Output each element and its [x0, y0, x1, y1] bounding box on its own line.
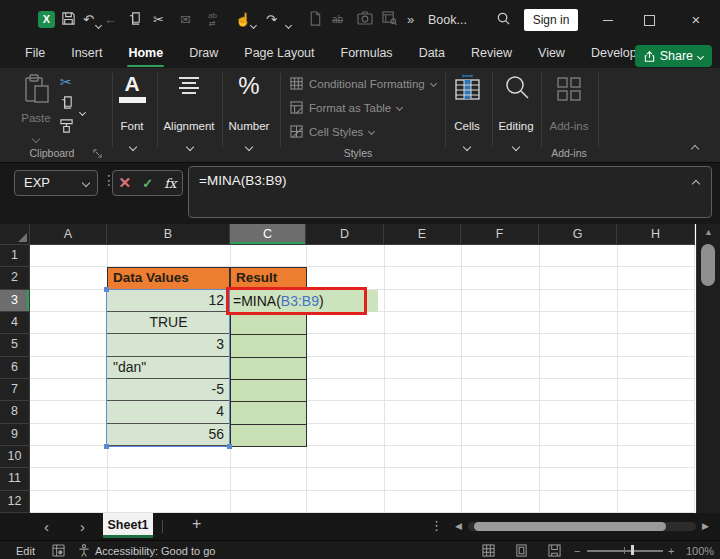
font-group-button[interactable]: Font [104, 120, 160, 132]
cell-styles-icon [290, 125, 303, 138]
name-box[interactable]: EXP [14, 170, 98, 196]
undo-icon[interactable]: ↶ [83, 11, 94, 29]
formula-input[interactable]: =MINA(B3:B9) [188, 166, 712, 218]
maximize-button[interactable] [644, 11, 655, 29]
row-header-8[interactable]: 8 [0, 401, 30, 423]
ribbon-tab-row: File Insert Home Draw Page Layout Formul… [0, 40, 720, 68]
column-header-g[interactable]: G [539, 224, 617, 244]
tab-insert[interactable]: Insert [58, 40, 115, 68]
sign-in-button[interactable]: Sign in [524, 9, 578, 31]
cell-c5[interactable] [231, 335, 306, 357]
select-all-button[interactable] [0, 224, 30, 244]
next-sheet-icon[interactable]: › [80, 516, 85, 537]
sheet-tab-sheet1[interactable]: Sheet1 [103, 513, 153, 538]
tabs-more-icon[interactable]: ⋮ [430, 518, 443, 533]
cell-b2[interactable]: Data Values [107, 267, 230, 289]
insert-function-icon[interactable]: fx [164, 176, 176, 191]
column-header-h[interactable]: H [617, 224, 695, 244]
column-header-d[interactable]: D [306, 224, 384, 244]
scroll-up-icon[interactable]: ▲ [697, 227, 720, 237]
row-header-7[interactable]: 7 [0, 379, 30, 401]
normal-view-icon[interactable] [482, 544, 495, 557]
tab-review[interactable]: Review [458, 40, 525, 68]
touch-mode-chevron-icon[interactable] [251, 15, 256, 33]
back-icon: ← [104, 11, 117, 29]
row-header-5[interactable]: 5 [0, 334, 30, 356]
add-sheet-icon[interactable]: + [192, 515, 201, 533]
row-header-11[interactable]: 11 [0, 468, 30, 490]
accessibility-icon[interactable] [78, 544, 90, 557]
cut-icon[interactable]: ✂ [153, 11, 164, 29]
share-button[interactable]: Share [635, 45, 712, 67]
touch-mode-icon[interactable]: ☝ [235, 11, 251, 29]
column-header-b[interactable]: B [107, 224, 230, 244]
row-header-4[interactable]: 4 [0, 312, 30, 334]
horizontal-scrollbar[interactable] [468, 522, 696, 531]
cut-button[interactable]: ✂ [60, 74, 72, 90]
search-icon[interactable] [496, 11, 511, 29]
column-header-a[interactable]: A [30, 224, 107, 244]
tab-draw[interactable]: Draw [176, 40, 231, 68]
number-group-button[interactable]: Number [221, 120, 277, 132]
zoom-out-icon[interactable]: − [574, 544, 580, 558]
tab-data[interactable]: Data [406, 40, 458, 68]
enter-icon[interactable]: ✓ [142, 176, 153, 191]
vertical-scroll-thumb[interactable] [701, 244, 715, 286]
column-header-c[interactable]: C [230, 224, 306, 244]
editing-group-button[interactable]: Editing [488, 120, 544, 132]
alignment-group-button[interactable]: Alignment [158, 120, 220, 132]
column-header-e[interactable]: E [384, 224, 461, 244]
row-header-12[interactable]: 12 [0, 491, 30, 513]
macro-record-icon[interactable] [52, 544, 65, 557]
zoom-slider-thumb[interactable] [631, 545, 634, 555]
zoom-level[interactable]: 100% [686, 544, 714, 558]
column-header-f[interactable]: F [461, 224, 539, 244]
cell-c7[interactable] [231, 380, 306, 402]
tab-page-layout[interactable]: Page Layout [231, 40, 327, 68]
cell-c6[interactable] [231, 358, 306, 380]
row-header-6[interactable]: 6 [0, 357, 30, 379]
copy-chevron-icon[interactable] [80, 101, 85, 119]
row-header-3[interactable]: 3 [0, 290, 30, 312]
cell-grid[interactable]: Data Values Result 12 TRUE 3 "dan" -5 4 … [30, 245, 695, 513]
save-icon[interactable] [61, 11, 76, 29]
zoom-slider[interactable] [587, 550, 663, 552]
collapse-formula-bar-icon[interactable] [692, 180, 700, 188]
redo-icon[interactable]: ↷ [266, 11, 277, 29]
vertical-scrollbar[interactable]: ▲ [696, 224, 720, 513]
clipboard-dialog-launcher-icon[interactable] [93, 149, 102, 158]
name-box-value: EXP [24, 175, 50, 190]
row-header-9[interactable]: 9 [0, 424, 30, 446]
cell-c8[interactable] [231, 402, 306, 424]
new-document-icon [308, 11, 322, 29]
undo-chevron-icon[interactable] [96, 15, 101, 33]
scroll-right-icon[interactable]: ▶ [702, 521, 709, 531]
redo-chevron-icon[interactable] [286, 15, 291, 33]
zoom-in-icon[interactable]: + [668, 544, 674, 558]
paste-button[interactable]: Paste [12, 112, 60, 124]
accessibility-status[interactable]: Accessibility: Good to go [95, 544, 215, 558]
format-painter-button[interactable] [59, 118, 74, 134]
cancel-icon[interactable]: ✕ [119, 174, 132, 192]
collapse-ribbon-icon[interactable] [692, 138, 698, 156]
scroll-left-icon[interactable]: ◀ [455, 521, 462, 531]
tab-view[interactable]: View [525, 40, 578, 68]
tab-home[interactable]: Home [115, 40, 176, 68]
tab-file[interactable]: File [12, 40, 58, 68]
cell-c4[interactable] [231, 313, 306, 335]
row-header-10[interactable]: 10 [0, 446, 30, 468]
copy-icon[interactable] [127, 11, 142, 29]
page-layout-view-icon[interactable] [515, 544, 528, 557]
copy-button[interactable] [59, 95, 74, 110]
previous-sheet-icon[interactable]: ‹ [44, 516, 49, 537]
page-break-view-icon[interactable] [548, 544, 561, 557]
cell-c9[interactable] [231, 425, 306, 446]
close-button[interactable]: × [688, 11, 704, 29]
row-header-1[interactable]: 1 [0, 245, 30, 267]
tab-formulas[interactable]: Formulas [328, 40, 406, 68]
horizontal-scroll-thumb[interactable] [474, 522, 666, 531]
row-header-2[interactable]: 2 [0, 267, 30, 289]
minimize-button[interactable] [600, 11, 616, 29]
qat-overflow-icon[interactable]: » [407, 11, 414, 29]
cells-group-button[interactable]: Cells [443, 120, 491, 132]
